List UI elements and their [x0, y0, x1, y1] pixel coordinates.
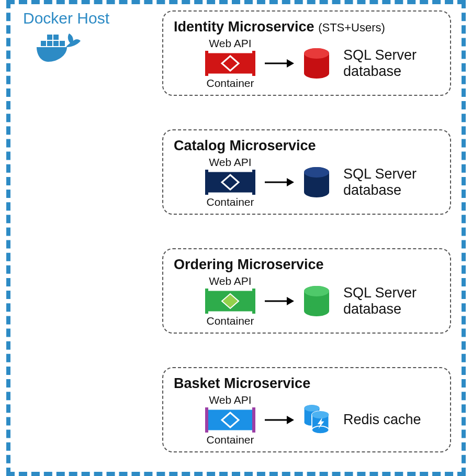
svg-point-14: [304, 68, 329, 79]
basket-container: Web API Container: [205, 394, 255, 446]
catalog-title-text: Catalog Microservice: [174, 138, 316, 153]
identity-subtitle: (STS+Users): [318, 21, 385, 34]
arrow-icon: [264, 295, 294, 307]
catalog-database-label: SQL Server database: [343, 166, 417, 198]
basket-container-label: Container: [205, 434, 255, 446]
svg-rect-3: [47, 35, 52, 40]
ordering-microservice: Ordering Microservice Web API Container: [162, 248, 451, 334]
svg-rect-28: [252, 289, 255, 314]
identity-database-icon: [302, 47, 331, 80]
svg-point-45: [305, 405, 320, 412]
ordering-title-text: Ordering Microservice: [174, 257, 324, 272]
svg-rect-2: [53, 41, 59, 46]
catalog-container-label: Container: [205, 196, 255, 208]
catalog-webapi-label: Web API: [205, 156, 255, 169]
svg-point-15: [304, 48, 329, 59]
docker-host-title: Docker Host: [23, 9, 109, 27]
identity-container-label: Container: [205, 77, 255, 90]
catalog-container: Web API Container: [205, 156, 255, 208]
identity-container: Web API Container: [205, 37, 255, 90]
svg-rect-17: [205, 170, 208, 195]
basket-redis-label: Redis cache: [343, 412, 421, 428]
svg-point-48: [312, 426, 329, 434]
basket-container-icon: [205, 407, 255, 433]
svg-point-49: [312, 411, 329, 418]
svg-point-25: [304, 167, 329, 178]
basket-webapi-label: Web API: [205, 394, 255, 406]
svg-marker-21: [287, 178, 294, 186]
docker-host-frame-top: [6, 0, 466, 4]
svg-rect-1: [47, 41, 52, 46]
identity-title: Identity Microservice (STS+Users): [174, 19, 440, 35]
arrow-icon: [264, 414, 294, 426]
identity-database-label: SQL Server database: [343, 47, 417, 80]
svg-point-24: [304, 187, 329, 197]
svg-rect-38: [252, 407, 255, 433]
ordering-container-label: Container: [205, 315, 255, 327]
identity-title-text: Identity Microservice: [174, 19, 314, 35]
catalog-container-icon: [205, 170, 255, 195]
svg-point-34: [304, 306, 329, 316]
ordering-database-icon: [302, 285, 331, 317]
identity-container-icon: [205, 51, 255, 76]
svg-rect-7: [205, 51, 208, 76]
svg-rect-18: [252, 170, 255, 195]
svg-marker-31: [287, 297, 294, 305]
basket-redis-icon: [302, 404, 331, 436]
arrow-icon: [264, 176, 294, 189]
identity-webapi-label: Web API: [205, 37, 255, 50]
svg-rect-37: [205, 407, 208, 433]
ordering-database-label: SQL Server database: [343, 285, 417, 317]
ordering-container: Web API Container: [205, 275, 255, 327]
svg-marker-41: [287, 416, 294, 424]
svg-rect-27: [205, 289, 208, 314]
catalog-title: Catalog Microservice: [174, 138, 440, 154]
ordering-webapi-label: Web API: [205, 275, 255, 287]
catalog-database-icon: [302, 166, 331, 198]
svg-point-35: [304, 286, 329, 296]
svg-rect-4: [53, 35, 59, 40]
svg-marker-11: [287, 59, 294, 68]
basket-title-text: Basket Microservice: [174, 375, 310, 391]
svg-rect-0: [41, 41, 46, 46]
identity-microservice: Identity Microservice (STS+Users) Web AP…: [162, 10, 451, 96]
arrow-icon: [264, 57, 294, 70]
svg-rect-8: [252, 51, 255, 76]
basket-title: Basket Microservice: [174, 375, 440, 392]
docker-logo-icon: [33, 29, 86, 67]
docker-host-frame-bottom: [6, 472, 466, 476]
ordering-title: Ordering Microservice: [174, 257, 440, 273]
ordering-container-icon: [205, 289, 255, 314]
catalog-microservice: Catalog Microservice Web API Container: [162, 129, 451, 215]
basket-microservice: Basket Microservice Web API Container: [162, 367, 451, 452]
svg-rect-5: [60, 41, 65, 46]
